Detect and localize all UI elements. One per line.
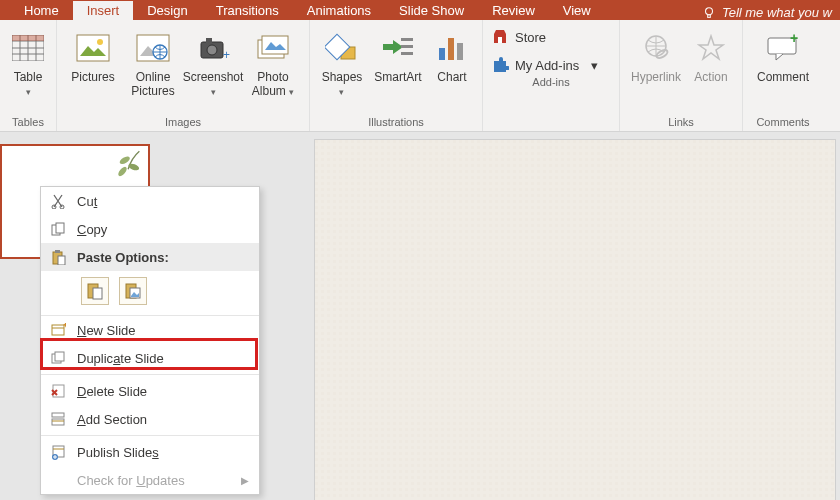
context-delete-slide[interactable]: Delete Slide — [41, 377, 259, 405]
pictures-icon — [73, 28, 113, 68]
context-check-updates: Check for Updates ▶ — [41, 466, 259, 494]
copy-icon — [49, 220, 67, 238]
svg-text:✦: ✦ — [62, 323, 66, 330]
delete-slide-icon — [49, 382, 67, 400]
smartart-button[interactable]: SmartArt — [370, 24, 426, 85]
hyperlink-button[interactable]: Hyperlink — [628, 24, 684, 85]
photo-album-icon — [253, 28, 293, 68]
smartart-icon — [378, 28, 418, 68]
svg-point-41 — [117, 165, 129, 177]
store-button[interactable]: Store — [491, 28, 611, 46]
lightbulb-icon — [702, 6, 716, 20]
svg-rect-18 — [206, 38, 212, 43]
my-addins-button[interactable]: My Add-ins ▾ — [491, 56, 611, 74]
context-copy[interactable]: Copy — [41, 215, 259, 243]
tab-view[interactable]: View — [549, 1, 605, 20]
paste-use-destination-theme[interactable] — [81, 277, 109, 305]
shapes-icon — [322, 28, 362, 68]
context-add-section[interactable]: Add Section — [41, 405, 259, 433]
screenshot-button[interactable]: + Screenshot▾ — [185, 24, 241, 99]
shapes-button[interactable]: Shapes▾ — [318, 24, 366, 99]
paste-icon — [49, 248, 67, 266]
cut-icon — [49, 192, 67, 210]
group-label-addins: Add-ins — [491, 74, 611, 91]
new-slide-icon: ✦ — [49, 321, 67, 339]
chart-button[interactable]: Chart — [430, 24, 474, 85]
tab-review[interactable]: Review — [478, 1, 549, 20]
addins-icon — [491, 56, 509, 74]
pictures-button[interactable]: Pictures — [65, 24, 121, 85]
svg-rect-45 — [56, 223, 64, 233]
screenshot-icon: + — [193, 28, 233, 68]
svg-rect-33 — [498, 37, 502, 43]
hyperlink-icon — [636, 28, 676, 68]
chart-icon — [432, 28, 472, 68]
slide-editing-area[interactable] — [315, 140, 835, 500]
ribbon: Table▾ Tables Pictures Online Pictures + — [0, 20, 840, 132]
tab-home[interactable]: Home — [10, 1, 73, 20]
svg-rect-1 — [708, 14, 711, 17]
add-section-icon — [49, 410, 67, 428]
submenu-arrow-icon: ▶ — [241, 475, 249, 486]
svg-rect-28 — [401, 52, 413, 55]
comment-button[interactable]: + Comment — [751, 24, 815, 85]
group-tables: Table▾ Tables — [0, 20, 57, 131]
group-illustrations: Shapes▾ SmartArt Chart Illustrations — [310, 20, 483, 131]
group-label-illustrations: Illustrations — [318, 114, 474, 131]
svg-rect-21 — [262, 36, 288, 54]
group-links: Hyperlink Action Links — [620, 20, 743, 131]
svg-text:+: + — [790, 34, 798, 46]
svg-rect-27 — [401, 45, 413, 48]
svg-rect-47 — [55, 250, 60, 253]
slide-context-menu: Cut Copy Paste Options: ✦ New Slide Dupl… — [40, 186, 260, 495]
svg-rect-61 — [52, 419, 64, 425]
svg-text:+: + — [223, 48, 230, 62]
context-new-slide[interactable]: ✦ New Slide — [41, 316, 259, 344]
svg-rect-58 — [55, 352, 64, 361]
svg-rect-48 — [58, 256, 65, 265]
paste-options-row — [41, 271, 259, 316]
tab-insert[interactable]: Insert — [73, 1, 134, 20]
group-addins: Store My Add-ins ▾ Add-ins — [483, 20, 620, 131]
svg-rect-31 — [457, 43, 463, 60]
group-label-images: Images — [65, 114, 301, 131]
svg-rect-30 — [448, 38, 454, 60]
action-icon — [691, 28, 731, 68]
svg-point-0 — [705, 7, 712, 14]
context-duplicate-slide[interactable]: Duplicate Slide — [41, 344, 259, 372]
tab-transitions[interactable]: Transitions — [202, 1, 293, 20]
duplicate-slide-icon — [49, 349, 67, 367]
photo-album-button[interactable]: Photo Album ▾ — [245, 24, 301, 99]
group-label-tables: Tables — [8, 114, 48, 131]
tab-design[interactable]: Design — [133, 1, 201, 20]
table-icon — [8, 28, 48, 68]
tell-me-search[interactable]: Tell me what you w — [702, 5, 840, 20]
tab-slideshow[interactable]: Slide Show — [385, 1, 478, 20]
paste-as-picture[interactable] — [119, 277, 147, 305]
svg-point-12 — [97, 39, 103, 45]
online-pictures-icon — [133, 28, 173, 68]
svg-rect-26 — [401, 38, 413, 41]
svg-rect-29 — [439, 48, 445, 60]
svg-rect-50 — [93, 288, 102, 299]
group-label-comments: Comments — [751, 114, 815, 131]
online-pictures-button[interactable]: Online Pictures — [125, 24, 181, 99]
svg-rect-9 — [12, 35, 44, 41]
svg-point-39 — [118, 155, 131, 165]
svg-point-17 — [207, 45, 217, 55]
table-button[interactable]: Table▾ — [8, 24, 48, 99]
svg-point-40 — [128, 162, 140, 171]
context-publish-slides[interactable]: Publish Slides — [41, 438, 259, 466]
svg-rect-10 — [77, 35, 109, 61]
group-images: Pictures Online Pictures + Screenshot▾ P… — [57, 20, 310, 131]
store-icon — [491, 28, 509, 46]
context-cut[interactable]: Cut — [41, 187, 259, 215]
action-button[interactable]: Action — [688, 24, 734, 85]
tab-animations[interactable]: Animations — [293, 1, 385, 20]
ribbon-tabs: Home Insert Design Transitions Animation… — [0, 0, 840, 20]
svg-marker-36 — [699, 36, 723, 59]
svg-marker-25 — [383, 40, 403, 54]
svg-rect-60 — [52, 413, 64, 417]
group-label-links: Links — [628, 114, 734, 131]
publish-slides-icon — [49, 443, 67, 461]
